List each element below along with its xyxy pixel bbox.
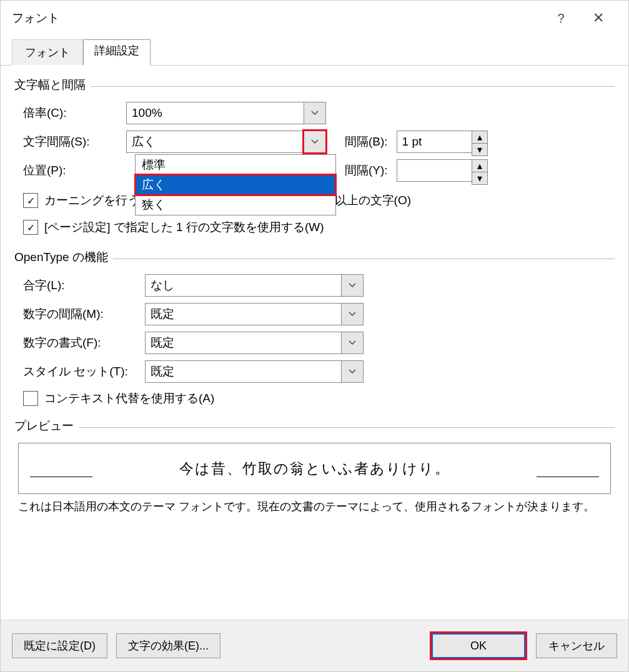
spacing-b-spinner[interactable]: 1 pt ▴▾ bbox=[397, 131, 488, 153]
spacing-label: 文字間隔(S): bbox=[23, 134, 126, 150]
spacing-opt-normal[interactable]: 標準 bbox=[136, 155, 335, 175]
ok-button[interactable]: OK bbox=[432, 633, 525, 658]
spin-up-icon[interactable]: ▴ bbox=[472, 131, 488, 143]
set-default-button[interactable]: 既定に設定(D) bbox=[12, 633, 107, 658]
spacing-b-label: 間隔(B): bbox=[345, 134, 388, 150]
help-button[interactable]: ? bbox=[542, 6, 580, 31]
linecount-checkbox[interactable]: ✓ bbox=[23, 220, 38, 235]
preview-title: プレビュー bbox=[14, 418, 74, 434]
spacing-value: 広く bbox=[126, 131, 304, 153]
dialog-title: フォント bbox=[12, 10, 59, 26]
spacing-dropdown[interactable]: 標準 広く 狭く bbox=[135, 154, 336, 215]
tab-strip: フォント 詳細設定 bbox=[12, 39, 628, 66]
spin-up-icon[interactable]: ▴ bbox=[472, 159, 488, 172]
spacing-b-value: 1 pt bbox=[397, 131, 472, 153]
tab-advanced[interactable]: 詳細設定 bbox=[83, 39, 151, 66]
scale-value: 100% bbox=[126, 102, 304, 124]
ok-button-highlight: OK bbox=[430, 631, 527, 660]
text-effects-button[interactable]: 文字の効果(E)... bbox=[116, 633, 220, 658]
spin-down-icon[interactable]: ▾ bbox=[472, 172, 488, 185]
ligature-combo[interactable]: なし bbox=[145, 274, 364, 297]
styleset-label: スタイル セット(T): bbox=[23, 363, 145, 380]
spacing-y-value bbox=[397, 159, 472, 182]
chevron-down-icon[interactable] bbox=[341, 274, 364, 297]
context-checkbox[interactable] bbox=[23, 391, 38, 406]
spacing-combo[interactable]: 広く bbox=[126, 131, 326, 153]
styleset-combo[interactable]: 既定 bbox=[145, 360, 364, 383]
numspacing-combo[interactable]: 既定 bbox=[145, 303, 364, 325]
chevron-down-icon[interactable] bbox=[341, 360, 364, 383]
sheet-advanced: 文字幅と間隔 倍率(C): 100% 文字間隔(S): 広く 間隔(B): 1 … bbox=[1, 66, 628, 514]
chevron-down-icon[interactable] bbox=[304, 131, 326, 153]
group-spacing-title: 文字幅と間隔 bbox=[14, 77, 86, 93]
tab-font[interactable]: フォント bbox=[12, 39, 83, 66]
close-icon: ✕ bbox=[593, 10, 604, 26]
spin-down-icon[interactable]: ▾ bbox=[472, 143, 488, 156]
spacing-y-spinner[interactable]: ▴▾ bbox=[397, 159, 488, 182]
kerning-checkbox[interactable]: ✓ bbox=[23, 193, 38, 208]
scale-combo[interactable]: 100% bbox=[126, 102, 326, 124]
group-opentype-title: OpenType の機能 bbox=[14, 249, 108, 265]
preview-box: 今は昔、竹取の翁といふ者ありけり。 bbox=[18, 443, 611, 494]
chevron-down-icon[interactable] bbox=[304, 102, 326, 124]
chevron-down-icon[interactable] bbox=[341, 332, 364, 354]
titlebar: フォント ? ✕ bbox=[1, 1, 628, 36]
spacing-opt-narrow[interactable]: 狭く bbox=[136, 195, 335, 215]
scale-label: 倍率(C): bbox=[23, 105, 126, 121]
numform-combo[interactable]: 既定 bbox=[145, 332, 364, 354]
ligature-label: 合字(L): bbox=[23, 277, 145, 294]
context-label: コンテキスト代替を使用する(A) bbox=[44, 390, 214, 407]
preview-note: これは日本語用の本文のテーマ フォントです。現在の文書のテーマによって、使用され… bbox=[18, 499, 611, 514]
help-icon: ? bbox=[557, 11, 564, 26]
numform-label: 数字の書式(F): bbox=[23, 335, 145, 351]
close-button[interactable]: ✕ bbox=[580, 6, 617, 31]
numspacing-label: 数字の間隔(M): bbox=[23, 306, 145, 322]
font-dialog: フォント ? ✕ フォント 詳細設定 文字幅と間隔 倍率(C): 100% 文字… bbox=[0, 0, 629, 672]
cancel-button[interactable]: キャンセル bbox=[536, 633, 617, 658]
spacing-opt-wide[interactable]: 広く bbox=[136, 175, 335, 195]
dialog-footer: 既定に設定(D) 文字の効果(E)... OK キャンセル bbox=[1, 620, 628, 671]
position-label: 位置(P): bbox=[23, 162, 126, 179]
chevron-down-icon[interactable] bbox=[341, 303, 364, 325]
preview-text: 今は昔、竹取の翁といふ者ありけり。 bbox=[179, 459, 450, 478]
spacing-y-label: 間隔(Y): bbox=[345, 162, 388, 179]
linecount-label: [ページ設定] で指定した 1 行の文字数を使用する(W) bbox=[44, 219, 324, 235]
